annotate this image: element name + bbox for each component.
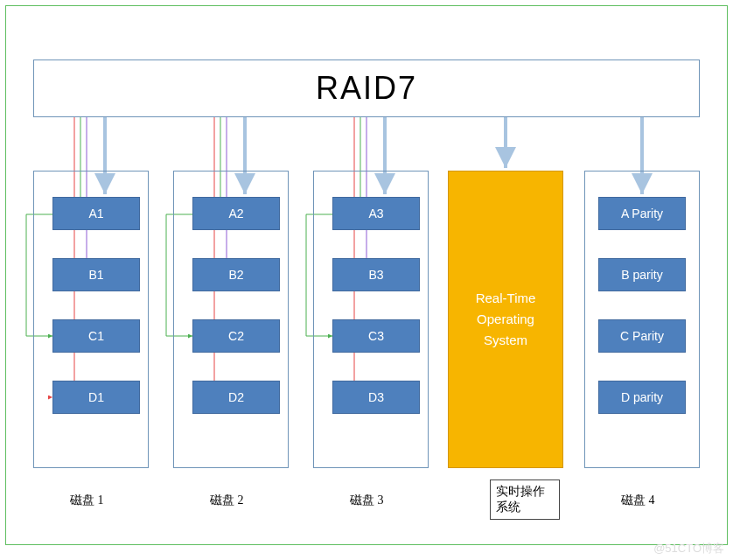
block-d-parity: D parity (598, 381, 686, 414)
block-a-parity: A Parity (598, 197, 686, 230)
block-c3: C3 (332, 319, 420, 353)
block-d2: D2 (192, 381, 280, 414)
rtos-line2: Operating (477, 309, 534, 330)
raid-title: RAID7 (316, 70, 417, 107)
block-a3: A3 (332, 197, 420, 230)
block-d1: D1 (52, 381, 140, 414)
disk-parity-label: 磁盘 4 (621, 493, 655, 508)
block-b3: B3 (332, 258, 420, 291)
rtos-line3: System (484, 330, 527, 351)
rtos-line1: Real-Time (476, 288, 536, 309)
block-b2: B2 (192, 258, 280, 291)
block-a1: A1 (52, 197, 140, 230)
block-a2: A2 (192, 197, 280, 230)
disk-3-label: 磁盘 3 (350, 493, 384, 508)
rtos-caption: 实时操作系统 (490, 480, 560, 520)
block-c1: C1 (52, 319, 140, 353)
block-d3: D3 (332, 381, 420, 414)
block-b1: B1 (52, 258, 140, 291)
watermark: @51CTO博客 (653, 541, 724, 556)
disk-2-label: 磁盘 2 (210, 493, 244, 508)
disk-1-label: 磁盘 1 (70, 493, 104, 508)
block-c2: C2 (192, 319, 280, 353)
raid-title-box: RAID7 (33, 60, 700, 117)
block-c-parity: C Parity (598, 319, 686, 353)
block-b-parity: B parity (598, 258, 686, 291)
rtos-box: Real-Time Operating System (448, 171, 563, 468)
